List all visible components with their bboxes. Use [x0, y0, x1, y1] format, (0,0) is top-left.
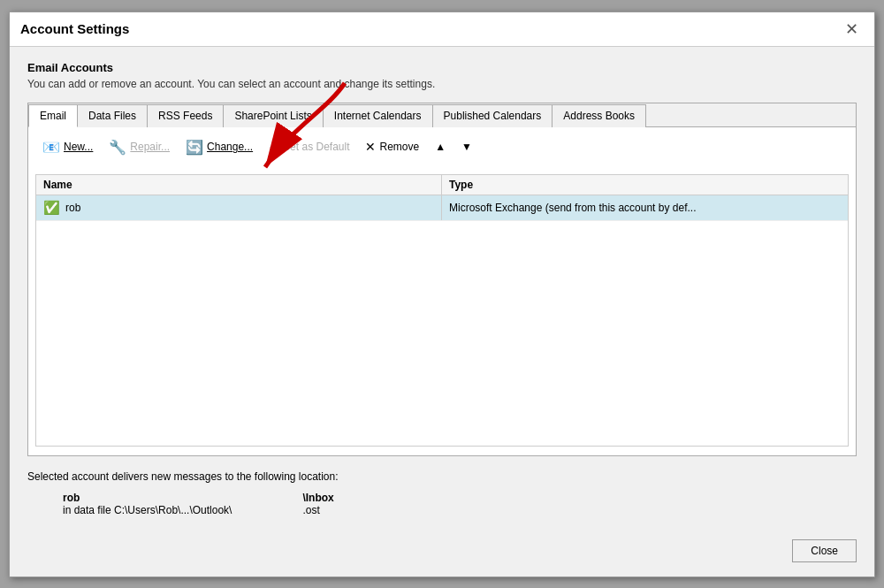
table-row[interactable]: ✅ rob Microsoft Exchange (send from this…	[36, 195, 848, 221]
header-type: Type	[442, 175, 848, 195]
repair-label: Repair...	[130, 141, 170, 153]
header-name: Name	[36, 175, 442, 195]
title-bar: Account Settings ✕	[10, 12, 874, 47]
move-up-button[interactable]: ▲	[428, 138, 453, 156]
delivery-account: rob	[63, 492, 232, 504]
section-desc: You can add or remove an account. You ca…	[27, 78, 857, 90]
tab-data-files[interactable]: Data Files	[77, 104, 148, 127]
tab-sharepoint-lists[interactable]: SharePoint Lists	[223, 104, 323, 127]
tab-email[interactable]: Email	[28, 104, 78, 127]
cell-type: Microsoft Exchange (send from this accou…	[442, 195, 848, 220]
delivery-folder: \Inbox	[302, 492, 333, 504]
dialog-title: Account Settings	[20, 21, 129, 36]
change-icon: 🔄	[186, 139, 203, 156]
delivery-filepath: in data file C:\Users\Rob\...\Outlook\	[63, 504, 232, 516]
change-button[interactable]: 🔄 Change...	[179, 136, 260, 158]
tabs-bar: Email Data Files RSS Feeds SharePoint Li…	[28, 103, 856, 127]
section-title: Email Accounts	[27, 61, 857, 74]
toolbar: 📧 New... 🔧 Repair... 🔄 Change...	[35, 136, 849, 165]
delivery-desc: Selected account delivers new messages t…	[27, 470, 857, 483]
delivery-extension: .ost	[302, 504, 333, 516]
arrow-up-icon: ▲	[435, 141, 446, 153]
repair-button[interactable]: 🔧 Repair...	[102, 136, 177, 158]
red-arrow-annotation	[212, 74, 371, 189]
new-button[interactable]: 📧 New...	[35, 136, 100, 158]
dialog-body: Email Accounts You can add or remove an …	[10, 47, 874, 531]
table-header: Name Type	[36, 175, 848, 195]
tab-internet-calendars[interactable]: Internet Calendars	[323, 104, 433, 127]
arrow-down-icon: ▼	[461, 141, 472, 153]
footer-close-label: Close	[811, 545, 838, 557]
tab-rss-feeds[interactable]: RSS Feeds	[147, 104, 224, 127]
close-icon[interactable]: ✕	[840, 19, 864, 39]
toolbar-wrapper: 📧 New... 🔧 Repair... 🔄 Change...	[35, 136, 849, 174]
move-down-button[interactable]: ▼	[454, 138, 479, 156]
set-default-button[interactable]: ✔ Set as Default	[262, 137, 356, 157]
delivery-section: Selected account delivers new messages t…	[27, 470, 857, 516]
change-label: Change...	[207, 141, 253, 153]
dialog-footer: Close	[10, 531, 874, 577]
repair-icon: 🔧	[109, 139, 126, 156]
new-label: New...	[64, 141, 93, 153]
footer-close-button[interactable]: Close	[792, 539, 857, 562]
remove-label: Remove	[379, 141, 419, 153]
account-settings-dialog: Account Settings ✕ Email Accounts You ca…	[9, 11, 875, 577]
tab-content-email: 📧 New... 🔧 Repair... 🔄 Change...	[28, 127, 856, 455]
tab-published-calendars[interactable]: Published Calendars	[432, 104, 553, 127]
set-default-label: Set as Default	[283, 141, 349, 153]
remove-button[interactable]: ✕ Remove	[358, 137, 426, 157]
tab-address-books[interactable]: Address Books	[552, 104, 646, 127]
tabs-container: Email Data Files RSS Feeds SharePoint Li…	[27, 103, 857, 456]
accounts-table: Name Type ✅ rob Microsoft Exchange (send…	[35, 174, 849, 447]
new-icon: 📧	[42, 139, 60, 156]
account-name-value: rob	[65, 202, 80, 214]
remove-icon: ✕	[365, 140, 376, 154]
default-icon: ✔	[269, 140, 279, 154]
account-icon: ✅	[43, 200, 60, 216]
cell-name: ✅ rob	[36, 195, 442, 220]
